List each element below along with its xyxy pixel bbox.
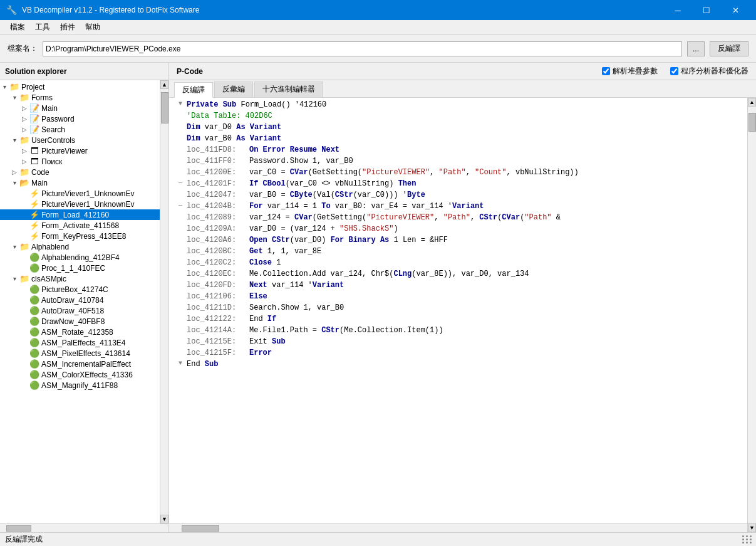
tree-toggle[interactable]: ▾ [10, 94, 19, 101]
menu-item-2[interactable]: 插件 [55, 21, 80, 34]
line-loc: loc_412047: [187, 191, 249, 199]
sidebar-vscrollbar[interactable]: ▲ ▼ [160, 80, 168, 523]
tree-item-label: ASM_PalEffects_4113E4 [41, 339, 126, 347]
tree-toggle[interactable]: ▷ [20, 105, 29, 112]
code-hscrollbar[interactable] [169, 523, 747, 532]
tree-item[interactable]: 🟢DrawNow_40FBF8 [0, 316, 160, 327]
tree-item[interactable]: ⚡PictureViever1_UnknownEv [0, 188, 160, 199]
tree-item[interactable]: ⚡PictureViever1_UnknownEv [0, 199, 160, 209]
tree-toggle[interactable]: ▷ [20, 126, 29, 133]
tree-item-label: Alphablend [31, 243, 69, 251]
tree-toggle[interactable]: ▾ [10, 275, 19, 282]
sidebar-hscrollbar[interactable] [0, 523, 168, 532]
tree-item[interactable]: 🟢ASM_Rotate_412358 [0, 327, 160, 337]
menu-item-3[interactable]: 幫助 [80, 21, 105, 34]
tab-decompile[interactable]: 反編譯 [174, 82, 213, 98]
tree-item-label: PictureViever1_UnknownEv [41, 200, 135, 209]
tree-item-icon: 📂 [19, 178, 30, 187]
tree-toggle[interactable]: ▷ [20, 158, 29, 165]
code-vscrollbar[interactable]: ▲ ▼ [747, 98, 756, 532]
line-text: Exit Sub [249, 337, 742, 346]
tree-item[interactable]: ▷📝Main [0, 103, 160, 113]
menu-item-0[interactable]: 檔案 [5, 21, 30, 34]
tree-toggle[interactable]: ▷ [20, 147, 29, 154]
tree-toggle[interactable]: ▾ [10, 243, 19, 250]
code-line: loc_41214A:Me.File1.Path = CStr(Me.Colle… [169, 326, 747, 337]
tree-item-label: AutoDraw_40F518 [41, 307, 104, 315]
window-controls: ─ ☐ ✕ [663, 0, 750, 20]
tree-item-icon: 🟢 [29, 327, 40, 337]
line-marker: — [174, 179, 187, 186]
tree-item[interactable]: ▷📝Password [0, 113, 160, 124]
filepath-input[interactable] [43, 41, 682, 56]
tree-item[interactable]: ▷🗖Поиск [0, 156, 160, 167]
tree-toggle[interactable]: ▷ [20, 115, 29, 122]
sidebar-scroll-down[interactable]: ▼ [160, 515, 168, 523]
line-loc: loc_4120C2: [187, 258, 249, 267]
tree-item[interactable]: 🟢ASM_IncrementalPalEffect [0, 359, 160, 369]
tree-item[interactable]: ▷📝Search [0, 124, 160, 135]
tree-item-label: ASM_Rotate_412358 [41, 328, 113, 337]
tree-item[interactable]: ▾📁UserControls [0, 135, 160, 145]
tree-item[interactable]: 🟢ASM_PalEffects_4113E4 [0, 337, 160, 348]
line-text: For var_114 = 1 To var_B0: var_E4 = var_… [249, 202, 742, 211]
analyzer-checkbox[interactable] [670, 67, 678, 75]
tree-item[interactable]: 🟢ASM_PixelEffects_413614 [0, 348, 160, 359]
tree-item[interactable]: 🟢Proc_1_1_410FEC [0, 263, 160, 273]
tree-item[interactable]: 🟢AutoDraw_40F518 [0, 305, 160, 316]
tree-item[interactable]: ▾📂Main [0, 177, 160, 188]
sidebar-scroll-track-h [0, 525, 168, 532]
tree-item[interactable]: ▾📁Project [0, 81, 160, 92]
sidebar-scroll-thumb[interactable] [161, 92, 168, 123]
tree-item[interactable]: ▷📁Code [0, 167, 160, 177]
sidebar-scroll-thumb-h[interactable] [6, 525, 31, 532]
line-text: Password.Show 1, var_B0 [249, 157, 742, 165]
tree-item-label: Form_KeyPress_413EE8 [41, 232, 126, 241]
tree-item[interactable]: ⚡Form_KeyPress_413EE8 [0, 231, 160, 241]
tree-item[interactable]: 🟢Alphablending_412BF4 [0, 252, 160, 263]
tree-item[interactable]: 🟢ASM_Magnify_411F88 [0, 380, 160, 391]
line-loc: loc_4120A6: [187, 236, 249, 244]
tab-hex-editor[interactable]: 十六進制編輯器 [254, 81, 323, 97]
code-scroll-down[interactable]: ▼ [748, 523, 756, 532]
tree-item[interactable]: ▷🗖PictureViewer [0, 145, 160, 156]
tree-item[interactable]: ▾📁Forms [0, 92, 160, 103]
code-scroll-thumb-h[interactable] [182, 525, 219, 532]
menu-item-1[interactable]: 工具 [30, 21, 55, 34]
tree-toggle[interactable]: ▷ [10, 169, 19, 176]
tree-item[interactable]: 🟢AutoDraw_410784 [0, 295, 160, 305]
line-text: Close 1 [249, 258, 742, 267]
sidebar-scroll-up[interactable]: ▲ [160, 80, 168, 89]
decompile-button[interactable]: 反編譯 [710, 41, 748, 56]
tree-item-label: clsASMpic [31, 275, 66, 283]
tree-toggle[interactable]: ▾ [0, 83, 9, 90]
tree-item[interactable]: ▾📁Alphablend [0, 241, 160, 252]
code-area: ▼Private Sub Form_Load() '412160 'Data T… [169, 98, 747, 523]
tree-item[interactable]: 🟢PictureBox_41274C [0, 284, 160, 295]
tree-item[interactable]: ▾📁clsASMpic [0, 273, 160, 284]
menubar: 檔案工具插件幫助 [0, 20, 756, 35]
tab-disassemble[interactable]: 反彙編 [214, 81, 253, 97]
line-text: Get 1, 1, var_8E [249, 247, 742, 256]
minimize-button[interactable]: ─ [663, 0, 692, 20]
browse-button[interactable]: ... [687, 41, 705, 56]
close-button[interactable]: ✕ [721, 0, 750, 20]
window-title: VB Decompiler v11.2 - Registered to DotF… [22, 6, 663, 14]
line-text: var_B0 = CByte(Val(CStr(var_C0))) 'Byte [249, 191, 742, 199]
stack-params-checkbox[interactable] [602, 67, 610, 75]
tree-toggle[interactable]: ▾ [10, 137, 19, 144]
code-scroll-thumb[interactable] [748, 113, 756, 132]
tree-item[interactable]: ⚡Form_Activate_411568 [0, 220, 160, 231]
tree-item[interactable]: 🟢ASM_ColorXEffects_41336 [0, 369, 160, 380]
tree-item-icon: 🟢 [29, 263, 40, 273]
maximize-button[interactable]: ☐ [692, 0, 721, 20]
tree-item-icon: 🗖 [29, 157, 40, 166]
line-text: var_124 = CVar(GetSetting("PictureVIEWER… [249, 213, 742, 222]
line-text: var_D0 = (var_124 + "SHS.ShackS") [249, 224, 742, 233]
tree-item-icon: 🟢 [29, 370, 40, 379]
code-scroll-up[interactable]: ▲ [748, 98, 756, 107]
solution-tree[interactable]: ▾📁Project▾📁Forms▷📝Main▷📝Password▷📝Search… [0, 80, 160, 523]
checkbox-stack-params: 解析堆疊參數 [602, 66, 658, 76]
tree-item[interactable]: ⚡Form_Load_412160 [0, 209, 160, 220]
tree-toggle[interactable]: ▾ [10, 179, 19, 186]
